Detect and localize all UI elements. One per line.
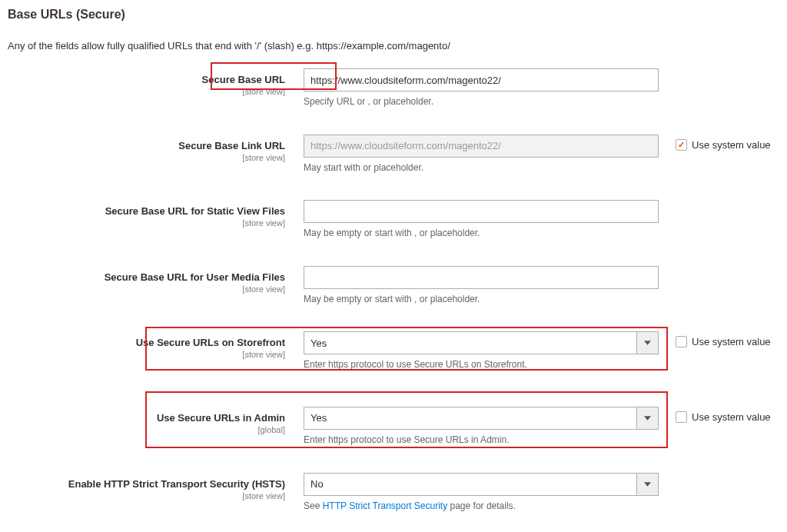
scope-label: [store view] (8, 284, 285, 294)
hint-text: May start with or placeholder. (304, 158, 659, 175)
label-static-view-files: Secure Base URL for Static View Files (105, 205, 285, 217)
select-value: No (304, 475, 330, 493)
hint-text: Enter https protocol to use Secure URLs … (304, 430, 659, 447)
select-value: Yes (304, 409, 333, 427)
field-static-view-files: Secure Base URL for Static View Files [s… (8, 197, 779, 249)
hint-text: Specify URL or , or placeholder. (304, 91, 659, 108)
hsts-link[interactable]: HTTP Strict Transport Security (323, 500, 448, 511)
field-secure-storefront: Use Secure URLs on Storefront [store vie… (8, 328, 779, 381)
scope-label: [store view] (8, 86, 285, 97)
section-description: Any of the fields allow fully qualified … (8, 26, 779, 65)
chevron-down-icon (636, 332, 658, 354)
user-media-files-input[interactable] (304, 266, 659, 289)
use-system-value-label: Use system value (692, 411, 771, 423)
secure-admin-select[interactable]: Yes (304, 407, 659, 430)
chevron-down-icon (636, 407, 658, 429)
hsts-select[interactable]: No (304, 473, 659, 496)
field-secure-admin: Use Secure URLs in Admin [global] Yes En… (8, 404, 779, 456)
hint-text: See HTTP Strict Transport Security page … (304, 496, 659, 513)
field-hsts: Enable HTTP Strict Transport Security (H… (8, 470, 779, 522)
scope-label: [store view] (8, 349, 285, 360)
hint-text: Enter https protocol to use Secure URLs … (304, 354, 659, 371)
use-system-value-label: Use system value (692, 336, 771, 347)
field-user-media-files: Secure Base URL for User Media Files [st… (8, 263, 779, 315)
label-user-media-files: Secure Base URL for User Media Files (105, 271, 285, 283)
static-view-files-input[interactable] (304, 200, 659, 223)
scope-label: [store view] (8, 218, 285, 228)
select-value: Yes (304, 334, 333, 352)
secure-base-link-url-input (304, 135, 659, 158)
field-secure-base-link-url: Secure Base Link URL [store view] May st… (8, 131, 779, 184)
label-secure-base-url: Secure Base URL (202, 74, 285, 85)
use-system-value-checkbox[interactable] (676, 411, 687, 423)
use-system-value-checkbox[interactable] (676, 336, 687, 347)
hint-text: May be empty or start with , or placehol… (304, 223, 659, 240)
secure-base-url-input[interactable] (304, 68, 659, 91)
scope-label: [store view] (8, 490, 285, 501)
label-hsts: Enable HTTP Strict Transport Security (H… (68, 478, 285, 490)
section-title: Base URLs (Secure) (8, 8, 779, 26)
chevron-down-icon (636, 474, 658, 495)
scope-label: [global] (8, 424, 285, 435)
use-system-value-checkbox[interactable]: ✓ (676, 139, 687, 151)
hint-text: May be empty or start with , or placehol… (304, 289, 659, 306)
label-secure-admin: Use Secure URLs in Admin (157, 412, 285, 424)
scope-label: [store view] (8, 152, 285, 163)
label-secure-storefront: Use Secure URLs on Storefront (136, 337, 285, 348)
use-system-value-label: Use system value (692, 139, 771, 151)
secure-storefront-select[interactable]: Yes (304, 331, 659, 354)
label-secure-base-link-url: Secure Base Link URL (178, 140, 285, 151)
field-secure-base-url: Secure Base URL [store view] Specify URL… (8, 65, 779, 118)
